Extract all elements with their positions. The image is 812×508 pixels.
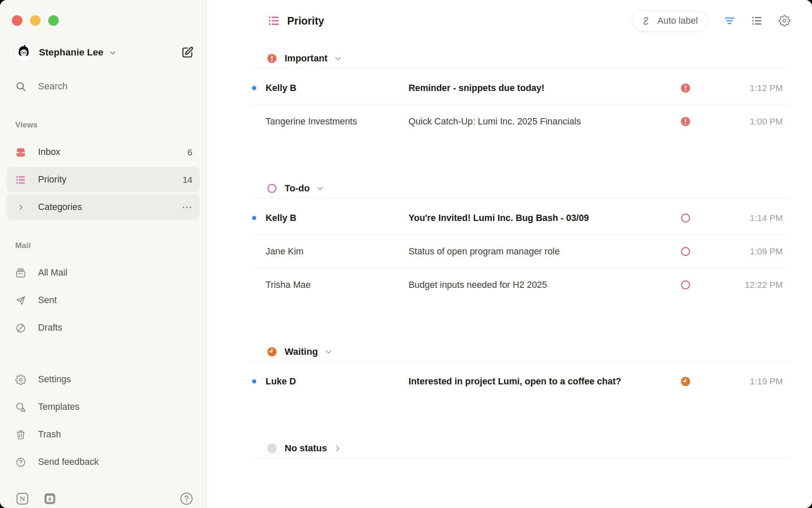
sidebar-item-sent[interactable]: Sent xyxy=(0,287,206,314)
templates-icon xyxy=(15,402,26,413)
sidebar-item-inbox[interactable]: Inbox 6 xyxy=(0,138,206,166)
views-section-label: Views xyxy=(15,120,38,130)
help-circle-icon xyxy=(15,457,26,468)
priority-count: 14 xyxy=(183,175,192,185)
group-important: Important Kelly B Reminder - snippets du… xyxy=(251,48,790,138)
sidebar-item-label: Templates xyxy=(38,402,80,412)
inbox-icon xyxy=(15,147,26,158)
compose-icon[interactable] xyxy=(180,45,195,60)
auto-label-icon xyxy=(642,16,653,26)
chevron-right-icon[interactable] xyxy=(15,202,26,213)
email-row[interactable]: Kelly B Reminder - snippets due today! 1… xyxy=(251,72,790,105)
status-badge-important[interactable] xyxy=(680,116,691,127)
status-badge-waiting[interactable] xyxy=(680,376,691,387)
status-badge-todo[interactable] xyxy=(680,246,691,257)
status-badge-todo[interactable] xyxy=(680,279,691,290)
email-time: 1:19 PM xyxy=(691,376,790,387)
email-subject: Reminder - snippets due today! xyxy=(409,83,680,94)
sidebar-item-label: Trash xyxy=(38,429,61,440)
group-no-status: No status xyxy=(251,438,790,458)
close-button[interactable] xyxy=(12,15,22,26)
toolbar: Auto label xyxy=(632,10,790,32)
email-sender: Luke D xyxy=(266,376,409,387)
sidebar-item-settings[interactable]: Settings xyxy=(0,366,206,393)
avatar xyxy=(14,43,33,62)
sidebar-item-label: Sent xyxy=(38,295,57,306)
email-rows: Kelly B Reminder - snippets due today! 1… xyxy=(251,69,790,138)
group-label: To-do xyxy=(285,183,310,194)
search-icon xyxy=(15,81,27,92)
mail-list-panel: Priority Auto label xyxy=(207,0,812,508)
group-header-no-status[interactable]: No status xyxy=(251,438,790,458)
important-icon xyxy=(266,53,277,64)
group-waiting: Waiting Luke D Interested in project Lum… xyxy=(251,342,790,398)
sidebar-item-priority[interactable]: Priority 14 xyxy=(0,166,206,193)
all-mail-icon xyxy=(15,268,26,279)
gear-icon xyxy=(15,374,26,385)
user-name: Stephanie Lee xyxy=(39,47,104,58)
email-row[interactable]: Tangerine Investments Quick Catch-Up: Lu… xyxy=(251,105,790,138)
search-input[interactable]: Search xyxy=(15,77,195,96)
sidebar-item-categories[interactable]: Categories xyxy=(0,193,206,221)
waiting-clock-icon xyxy=(266,346,277,357)
email-sender: Kelly B xyxy=(266,213,409,224)
sidebar-footer-list: Settings Templates Trash Send feedback xyxy=(0,366,206,476)
email-row[interactable]: Luke D Interested in project Lumi, open … xyxy=(251,365,790,398)
more-options-icon[interactable] xyxy=(181,202,192,213)
email-row[interactable]: Jane Kim Status of open program manager … xyxy=(251,235,790,268)
help-icon[interactable] xyxy=(179,491,194,506)
list-view-icon[interactable] xyxy=(751,15,763,27)
sidebar-item-label: Inbox xyxy=(38,147,60,157)
priority-list-icon xyxy=(268,14,280,27)
group-header-waiting[interactable]: Waiting xyxy=(251,342,790,362)
auto-label-button[interactable]: Auto label xyxy=(632,10,708,32)
sidebar-item-label: Priority xyxy=(38,174,66,185)
group-label: No status xyxy=(285,443,327,454)
sidebar-item-trash[interactable]: Trash xyxy=(0,421,206,448)
email-rows: Luke D Interested in project Lumi, open … xyxy=(251,362,790,398)
sidebar-bottom-bar: N 6 xyxy=(15,491,194,506)
email-row[interactable]: Trisha Mae Budget inputs needed for H2 2… xyxy=(251,268,790,301)
chevron-down-icon[interactable] xyxy=(324,347,333,356)
group-label: Important xyxy=(285,53,327,64)
group-todo: To-do Kelly B You're Invited! Lumi Inc. … xyxy=(251,178,790,301)
email-sender: Jane Kim xyxy=(266,246,409,257)
group-label: Waiting xyxy=(285,346,318,357)
status-badge-todo[interactable] xyxy=(680,213,691,224)
email-row[interactable]: Kelly B You're Invited! Lumi Inc. Bug Ba… xyxy=(251,202,790,235)
send-icon xyxy=(15,295,26,306)
filter-icon[interactable] xyxy=(724,15,735,27)
status-badge-important[interactable] xyxy=(680,83,691,94)
chevron-down-icon xyxy=(108,48,117,57)
sidebar-item-send-feedback[interactable]: Send feedback xyxy=(0,448,206,476)
page-title: Priority xyxy=(287,15,324,27)
unread-dot xyxy=(252,379,256,384)
account-switcher[interactable]: Stephanie Lee xyxy=(14,42,195,63)
group-header-todo[interactable]: To-do xyxy=(251,178,790,199)
sidebar-item-label: All Mail xyxy=(38,268,67,278)
email-time: 1:00 PM xyxy=(691,116,790,127)
sidebar-item-drafts[interactable]: Drafts xyxy=(0,314,206,342)
chevron-right-icon[interactable] xyxy=(333,444,342,453)
group-header-important[interactable]: Important xyxy=(251,48,790,69)
sidebar-item-label: Categories xyxy=(38,202,82,213)
sidebar-item-templates[interactable]: Templates xyxy=(0,393,206,421)
sidebar-item-label: Settings xyxy=(38,374,71,385)
email-sender: Trisha Mae xyxy=(266,280,409,290)
chevron-down-icon[interactable] xyxy=(333,54,343,63)
email-rows: Kelly B You're Invited! Lumi Inc. Bug Ba… xyxy=(251,199,790,301)
notion-workspace-icon[interactable]: N xyxy=(15,491,30,506)
priority-list-icon xyxy=(15,174,26,185)
email-time: 1:14 PM xyxy=(691,213,790,223)
expand-button[interactable] xyxy=(48,15,59,26)
chevron-down-icon[interactable] xyxy=(315,184,325,193)
calendar-icon[interactable]: 6 xyxy=(43,491,57,506)
sidebar: Stephanie Lee Search Views xyxy=(0,0,207,508)
view-header: Priority Auto label xyxy=(251,0,790,41)
mail-section-label: Mail xyxy=(15,241,31,250)
mail-list: All Mail Sent Drafts xyxy=(0,259,206,342)
minimize-button[interactable] xyxy=(30,15,41,26)
sidebar-item-all-mail[interactable]: All Mail xyxy=(0,259,206,287)
search-placeholder: Search xyxy=(38,81,68,92)
gear-icon[interactable] xyxy=(779,15,790,27)
